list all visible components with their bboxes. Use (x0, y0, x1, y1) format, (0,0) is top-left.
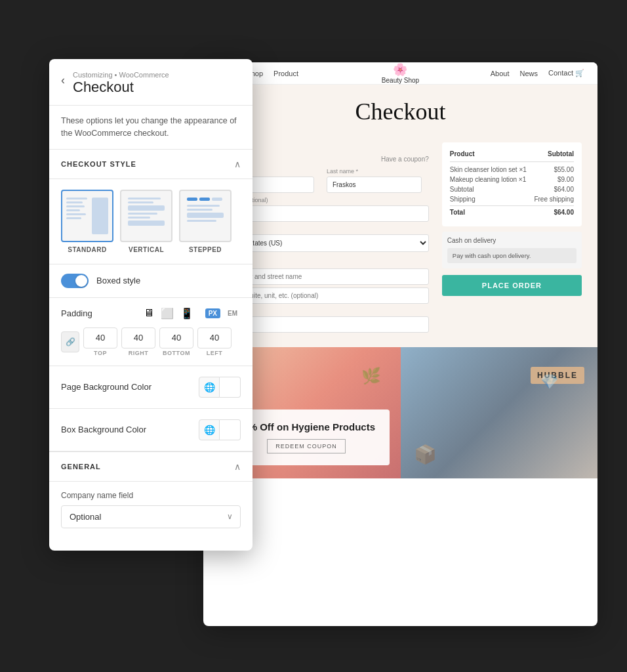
order-subtotal-2: $9.00 (557, 176, 574, 183)
padding-top-group: TOP (83, 327, 117, 356)
general-chevron-icon[interactable]: ∧ (234, 461, 241, 472)
payment-section: Cash on delivery Pay with cash upon deli… (442, 232, 582, 268)
page-bg-color-input[interactable]: 🌐 (199, 377, 241, 398)
checkout-content: ng details Have a coupon? name * Last na… (203, 132, 597, 347)
boxed-style-row: Boxed style (49, 264, 253, 298)
order-row-total: Total $64.00 (450, 205, 574, 216)
checkout-style-title: CHECKOUT STYLE (61, 160, 136, 168)
customizer-breadcrumb: Customizing • WooCommerce (73, 71, 169, 79)
style-option-vertical[interactable]: VERTICAL (120, 190, 172, 253)
nav-link-product[interactable]: Product (273, 70, 298, 77)
style-label-standard: STANDARD (68, 246, 106, 253)
checkout-style-section-header: CHECKOUT STYLE ∧ (49, 150, 253, 179)
box-bg-globe-icon[interactable]: 🌐 (199, 419, 220, 440)
order-product-2: Makeup cleaning lotion ×1 (450, 176, 526, 183)
logo-flower-icon: 🌸 (393, 62, 407, 77)
order-row-2: Makeup cleaning lotion ×1 $9.00 (450, 176, 574, 183)
customizer-panel: ‹ Customizing • WooCommerce Checkout The… (49, 59, 253, 551)
padding-right-input[interactable] (121, 327, 155, 348)
nav-link-contact[interactable]: Contact 🛒 (548, 69, 584, 77)
store-preview: Home Shop Product 🌸 Beauty Shop About Ne… (203, 62, 597, 626)
padding-section: Padding 🖥 ⬜ 📱 PX EM 🔗 T (49, 298, 253, 366)
style-thumb-standard (61, 190, 113, 242)
store-nav: Home Shop Product 🌸 Beauty Shop About Ne… (203, 62, 597, 85)
order-row-1: Skin cleanser lotion set ×1 $55.00 (450, 166, 574, 173)
order-row-subtotal: Subtotal $64.00 (450, 186, 574, 193)
padding-title: Padding (61, 308, 92, 318)
padding-units: PX EM (205, 308, 241, 318)
banner-right: HUBBLE 📦 💎 (401, 347, 598, 478)
padding-device-icons: 🖥 ⬜ 📱 (144, 307, 193, 320)
padding-top-input[interactable] (83, 327, 117, 348)
mobile-icon[interactable]: 📱 (180, 307, 193, 320)
company-name-select[interactable]: Optional Hidden Required (61, 505, 241, 528)
store-nav-links: Home Shop Product 🌸 Beauty Shop About Ne… (216, 69, 584, 77)
style-option-stepped[interactable]: STEPPED (179, 190, 232, 253)
order-table: Product Subtotal Skin cleanser lotion se… (442, 142, 582, 226)
last-name-input[interactable] (327, 177, 422, 193)
box-bg-color-box[interactable] (220, 419, 241, 440)
link-padding-button[interactable]: 🔗 (61, 331, 79, 352)
order-subtotal-label: Subtotal (450, 186, 474, 193)
style-option-standard[interactable]: STANDARD (61, 190, 113, 253)
order-total-label: Total (450, 209, 465, 216)
last-name-label: Last name * (327, 168, 429, 175)
box-bg-color-input[interactable]: 🌐 (199, 419, 241, 440)
nav-link-about[interactable]: About (491, 70, 510, 77)
subtotal-col-header: Subtotal (548, 150, 574, 158)
banner-right-deco: 📦 (414, 444, 437, 465)
company-name-select-wrapper: Optional Hidden Required ∨ (61, 505, 241, 528)
boxed-style-toggle[interactable] (61, 274, 89, 288)
store-main: Checkout (203, 85, 597, 132)
padding-top-label: TOP (94, 350, 107, 356)
order-subtotal-1: $55.00 (554, 166, 574, 173)
scene: ‹ Customizing • WooCommerce Checkout The… (0, 0, 627, 672)
general-section: GENERAL ∧ Company name field Optional Hi… (49, 452, 253, 537)
banner-left-deco2: 🌿 (361, 367, 381, 385)
customizer-title: Checkout (73, 79, 169, 96)
panel-header-text: Customizing • WooCommerce Checkout (73, 71, 169, 96)
general-section-header: GENERAL ∧ (49, 452, 253, 482)
page-bg-globe-icon[interactable]: 🌐 (199, 377, 220, 398)
store-logo: 🌸 Beauty Shop (382, 62, 419, 84)
padding-bottom-label: BOTTOM (163, 350, 190, 356)
company-name-field-label: Company name field (61, 491, 241, 500)
redeem-coupon-button[interactable]: REDEEM COUPON (267, 439, 346, 453)
panel-header: ‹ Customizing • WooCommerce Checkout (49, 59, 253, 106)
payment-description: Pay with cash upon delivery. (447, 248, 576, 263)
store-page-title: Checkout (355, 98, 446, 125)
nav-right: About News Contact 🛒 (491, 69, 584, 77)
banner-right-deco2: 💎 (540, 373, 558, 390)
padding-header: Padding 🖥 ⬜ 📱 PX EM (61, 307, 241, 320)
last-name-group: Last name * (327, 168, 429, 193)
panel-description: These options let you change the appeara… (49, 106, 253, 150)
page-bg-color-box[interactable] (220, 377, 241, 398)
padding-bottom-group: BOTTOM (159, 327, 193, 356)
checkout-style-chevron-icon[interactable]: ∧ (234, 159, 241, 169)
order-row-shipping: Shipping Free shipping (450, 196, 574, 203)
order-subtotal-value: $64.00 (554, 186, 574, 193)
style-thumb-vertical (120, 190, 172, 242)
unit-px-button[interactable]: PX (205, 308, 220, 318)
padding-left-group: LEFT (197, 327, 232, 356)
padding-bottom-input[interactable] (159, 327, 193, 348)
order-shipping-value: Free shipping (534, 196, 574, 203)
page-bg-color-section: Page Background Color 🌐 (49, 366, 253, 409)
padding-right-group: RIGHT (121, 327, 155, 356)
desktop-icon[interactable]: 🖥 (144, 307, 154, 320)
product-col-header: Product (450, 150, 475, 158)
tablet-icon[interactable]: ⬜ (161, 307, 174, 320)
box-bg-color-section: Box Background Color 🌐 (49, 409, 253, 452)
place-order-button[interactable]: PLACE ORDER (442, 275, 582, 296)
nav-link-news[interactable]: News (520, 70, 538, 77)
unit-em-button[interactable]: EM (224, 308, 241, 318)
style-thumb-stepped (179, 190, 232, 242)
order-product-1: Skin cleanser lotion set ×1 (450, 166, 527, 173)
order-total-value: $64.00 (554, 209, 574, 216)
store-name: Beauty Shop (382, 77, 419, 84)
back-button[interactable]: ‹ (61, 74, 65, 87)
padding-left-input[interactable] (197, 327, 232, 348)
padding-left-label: LEFT (207, 350, 223, 356)
style-label-stepped: STEPPED (189, 246, 222, 253)
padding-inputs: 🔗 TOP RIGHT BOTTOM LEFT (61, 327, 241, 356)
